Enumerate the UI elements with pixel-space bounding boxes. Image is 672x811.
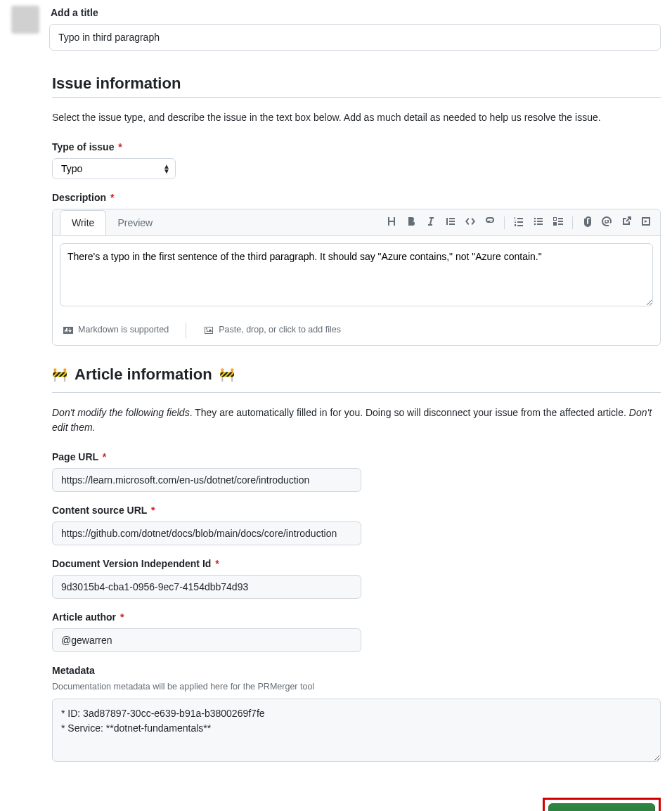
task-list-icon[interactable] xyxy=(553,216,564,229)
description-textarea[interactable] xyxy=(60,243,653,306)
svg-point-3 xyxy=(206,328,207,330)
author-input[interactable] xyxy=(52,628,361,652)
divider xyxy=(52,97,661,98)
page-url-input[interactable] xyxy=(52,468,361,492)
tab-preview[interactable]: Preview xyxy=(106,211,164,235)
submit-new-issue-button[interactable]: Submit new issue xyxy=(548,803,655,811)
metadata-textarea[interactable] xyxy=(52,699,661,762)
description-editor: Write Preview xyxy=(52,209,661,346)
type-of-issue-label: Type of issue xyxy=(52,141,114,153)
required-marker: * xyxy=(118,141,122,153)
attach-icon[interactable] xyxy=(581,216,593,229)
tab-write[interactable]: Write xyxy=(60,210,106,235)
link-icon[interactable] xyxy=(484,216,496,229)
metadata-label: Metadata xyxy=(52,665,95,676)
content-source-label: Content source URL xyxy=(52,505,147,516)
required-marker: * xyxy=(215,558,219,569)
page-url-label: Page URL xyxy=(52,451,98,462)
description-label: Description xyxy=(52,192,106,203)
doc-version-input[interactable] xyxy=(52,575,361,599)
svg-point-1 xyxy=(534,221,536,223)
bold-icon[interactable] xyxy=(406,216,417,229)
saved-reply-icon[interactable] xyxy=(640,216,652,229)
title-label: Add a title xyxy=(51,7,661,18)
italic-icon[interactable] xyxy=(425,216,437,229)
construction-icon: 🚧 xyxy=(219,367,235,382)
mention-icon[interactable] xyxy=(601,216,612,229)
issue-info-intro: Select the issue type, and describe the … xyxy=(52,110,661,124)
svg-point-0 xyxy=(534,218,536,220)
avatar xyxy=(11,6,39,34)
required-marker: * xyxy=(110,192,114,203)
construction-icon: 🚧 xyxy=(52,367,67,382)
ordered-list-icon[interactable] xyxy=(513,216,524,229)
unordered-list-icon[interactable] xyxy=(533,216,544,229)
required-marker: * xyxy=(103,451,106,462)
article-info-heading: Article information xyxy=(75,365,212,384)
attach-files-link[interactable]: Paste, drop, or click to add files xyxy=(203,325,341,336)
svg-point-2 xyxy=(534,223,536,226)
code-icon[interactable] xyxy=(465,216,476,229)
submit-highlight: Submit new issue xyxy=(543,798,661,811)
heading-icon[interactable] xyxy=(386,216,397,229)
required-marker: * xyxy=(120,611,124,623)
type-of-issue-select[interactable]: Typo xyxy=(52,158,176,179)
doc-version-label: Document Version Independent Id xyxy=(52,558,211,569)
content-source-input[interactable] xyxy=(52,521,361,545)
markdown-supported-link[interactable]: Markdown is supported xyxy=(63,325,169,336)
article-info-warning: Don't modify the following fields. They … xyxy=(52,406,661,434)
quote-icon[interactable] xyxy=(445,216,456,229)
divider xyxy=(52,392,661,393)
cross-reference-icon[interactable] xyxy=(621,216,632,229)
author-label: Article author xyxy=(52,611,116,623)
issue-info-heading: Issue information xyxy=(52,74,661,93)
metadata-help: Documentation metadata will be applied h… xyxy=(52,682,661,692)
title-input[interactable] xyxy=(49,24,661,51)
required-marker: * xyxy=(151,505,155,516)
